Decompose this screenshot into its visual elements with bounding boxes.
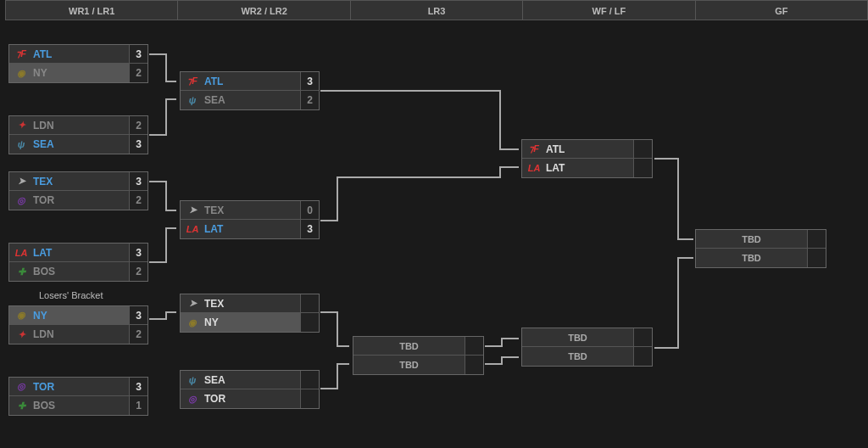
- bracket-area: Losers' Bracket ⁊F ATL 3 ◉ NY 2 ✦ LDN 2 …: [0, 20, 868, 448]
- team-code: LDN: [33, 120, 129, 132]
- team-logo-icon: LA: [14, 246, 28, 260]
- tbd-text: TBD: [353, 360, 465, 370]
- team-score: [465, 356, 483, 374]
- team-score: 3: [300, 220, 319, 238]
- team-logo-icon: ◉: [14, 309, 28, 322]
- team-score: [300, 313, 319, 332]
- team-score: [300, 294, 319, 312]
- team-logo-icon: ◎: [14, 380, 28, 394]
- team-code: TEX: [204, 204, 300, 216]
- team-score: [465, 337, 483, 355]
- column-headers: WR1 / LR1 WR2 / LR2 LR3 WF / LF GF: [0, 0, 868, 20]
- team-row: TBD: [696, 230, 826, 249]
- team-row: ➤ TEX 0: [181, 201, 319, 220]
- team-row: TBD: [522, 328, 652, 347]
- team-row: ✦ LDN 2: [9, 116, 147, 135]
- team-logo-icon: ✦: [14, 328, 28, 341]
- team-row: ⁊F ATL 3: [181, 72, 319, 91]
- team-row: TBD: [353, 337, 483, 356]
- tbd-text: TBD: [522, 351, 633, 361]
- team-logo-icon: LA: [186, 222, 199, 236]
- team-logo-icon: ➤: [186, 204, 199, 217]
- team-code: SEA: [33, 138, 129, 150]
- team-logo-icon: ✚: [14, 399, 28, 412]
- team-code: TOR: [204, 393, 300, 405]
- team-score: [807, 249, 826, 267]
- team-logo-icon: ◉: [186, 316, 199, 329]
- team-code: TEX: [33, 176, 129, 188]
- team-row: ◎ TOR 3: [9, 378, 147, 396]
- team-row: ⁊F ATL: [522, 140, 652, 159]
- match-wr1-3[interactable]: ➤ TEX 3 ◎ TOR 2: [8, 171, 148, 210]
- team-score: 3: [129, 135, 147, 154]
- match-gf[interactable]: TBD TBD: [695, 229, 826, 268]
- match-wr2-1[interactable]: ⁊F ATL 3 ψ SEA 2: [180, 71, 320, 110]
- team-row: LA LAT 3: [181, 220, 319, 238]
- team-score: [807, 230, 826, 248]
- team-code: LAT: [33, 247, 129, 259]
- header-gf: GF: [696, 0, 868, 20]
- team-row: TBD: [353, 356, 483, 374]
- match-wr1-1[interactable]: ⁊F ATL 3 ◉ NY 2: [8, 44, 148, 83]
- match-lr3[interactable]: TBD TBD: [353, 336, 484, 375]
- team-logo-icon: ✚: [14, 265, 28, 278]
- team-score: 1: [129, 396, 147, 415]
- tbd-text: TBD: [696, 253, 807, 263]
- team-score: [633, 347, 652, 366]
- team-code: NY: [33, 67, 129, 79]
- team-code: NY: [204, 316, 300, 328]
- team-logo-icon: ➤: [14, 175, 28, 188]
- match-lr2-1[interactable]: ➤ TEX ◉ NY: [180, 294, 320, 333]
- team-code: LAT: [204, 223, 300, 235]
- team-score: 2: [300, 91, 319, 109]
- team-code: TEX: [204, 298, 300, 310]
- team-row: ψ SEA: [181, 371, 319, 389]
- team-code: TOR: [33, 194, 129, 206]
- team-code: ATL: [546, 143, 633, 155]
- team-row: ◉ NY: [181, 313, 319, 332]
- team-row: ψ SEA 3: [9, 135, 147, 154]
- team-logo-icon: ⁊F: [527, 143, 541, 156]
- team-score: 2: [129, 262, 147, 281]
- match-wr1-4[interactable]: LA LAT 3 ✚ BOS 2: [8, 243, 148, 282]
- team-logo-icon: ➤: [186, 297, 199, 311]
- team-logo-icon: LA: [527, 161, 541, 175]
- team-score: 2: [129, 325, 147, 344]
- match-lr2-2[interactable]: ψ SEA ◎ TOR: [180, 370, 320, 409]
- team-row: ◉ NY 2: [9, 64, 147, 82]
- team-row: ◎ TOR 2: [9, 191, 147, 210]
- team-row: ◎ TOR: [181, 389, 319, 408]
- team-row: ➤ TEX: [181, 294, 319, 313]
- team-logo-icon: ◎: [186, 392, 199, 406]
- team-logo-icon: ⁊F: [186, 75, 199, 88]
- team-row: ✚ BOS 1: [9, 396, 147, 415]
- match-lr1-1[interactable]: ◉ NY 3 ✦ LDN 2: [8, 305, 148, 344]
- team-code: BOS: [33, 266, 129, 277]
- team-score: 2: [129, 191, 147, 210]
- losers-bracket-label: Losers' Bracket: [39, 290, 103, 300]
- team-code: ATL: [204, 76, 300, 87]
- team-row: ◉ NY 3: [9, 306, 147, 325]
- match-lr1-2[interactable]: ◎ TOR 3 ✚ BOS 1: [8, 377, 148, 416]
- tbd-text: TBD: [522, 333, 633, 343]
- team-code: SEA: [204, 94, 300, 106]
- match-wr2-2[interactable]: ➤ TEX 0 LA LAT 3: [180, 200, 320, 239]
- team-score: 2: [129, 64, 147, 82]
- team-score: 2: [129, 116, 147, 134]
- team-code: NY: [33, 310, 129, 322]
- tbd-text: TBD: [353, 341, 465, 351]
- header-wr2: WR2 / LR2: [178, 0, 350, 20]
- match-lf[interactable]: TBD TBD: [521, 328, 653, 367]
- team-score: [300, 371, 319, 389]
- team-score: 3: [129, 172, 147, 190]
- team-code: BOS: [33, 400, 129, 412]
- team-score: [633, 140, 652, 158]
- team-score: 3: [129, 45, 147, 63]
- match-wr1-2[interactable]: ✦ LDN 2 ψ SEA 3: [8, 115, 148, 154]
- team-row: ➤ TEX 3: [9, 172, 147, 191]
- match-wf[interactable]: ⁊F ATL LA LAT: [521, 139, 653, 178]
- team-code: TOR: [33, 381, 129, 393]
- header-wf: WF / LF: [523, 0, 695, 20]
- tbd-text: TBD: [696, 234, 807, 244]
- team-row: ✚ BOS 2: [9, 262, 147, 281]
